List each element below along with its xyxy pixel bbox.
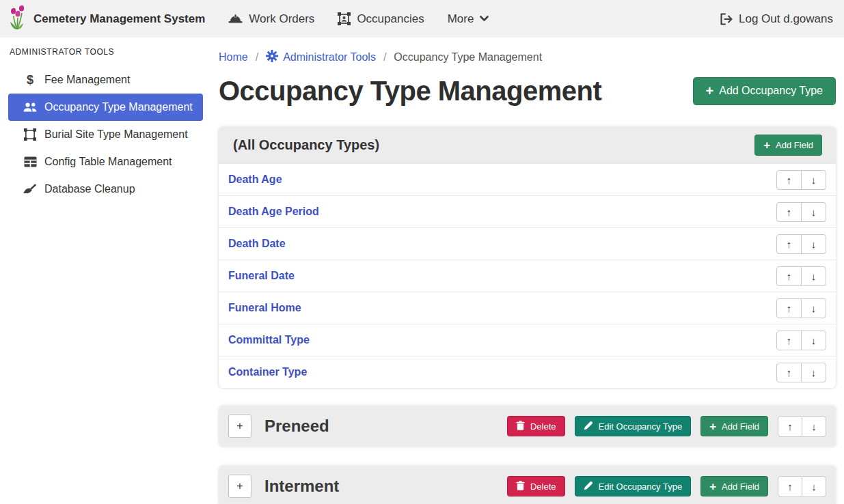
sidebar-item-burial-site-type-management[interactable]: Burial Site Type Management	[8, 121, 203, 148]
edit-occupancy-type-button[interactable]: Edit Occupancy Type	[575, 476, 692, 496]
field-link-funeral-date[interactable]: Funeral Date	[228, 270, 295, 282]
button-label: Delete	[530, 481, 556, 492]
trash-icon	[516, 421, 525, 432]
arrow-down-icon: ↓	[811, 421, 817, 432]
field-row: Death Date ↑ ↓	[219, 227, 836, 260]
field-link-death-date[interactable]: Death Date	[228, 238, 286, 250]
expand-button[interactable]: +	[228, 475, 251, 498]
breadcrumb-separator: /	[383, 51, 386, 64]
occupancy-frame-icon	[338, 12, 351, 25]
button-label: Delete	[530, 421, 556, 432]
arrow-up-icon: ↑	[787, 270, 792, 282]
broom-icon	[22, 184, 38, 195]
field-row: Committal Type ↑ ↓	[219, 324, 836, 356]
sidebar-item-label: Database Cleanup	[44, 183, 135, 195]
main-content: Home /	[219, 38, 836, 504]
breadcrumb-current: Occupancy Type Management	[394, 51, 542, 64]
move-down-button[interactable]: ↓	[801, 331, 826, 350]
plus-icon: +	[709, 481, 716, 492]
field-link-death-age-period[interactable]: Death Age Period	[228, 206, 319, 218]
reorder-buttons: ↑ ↓	[778, 476, 826, 497]
sign-out-icon	[720, 13, 733, 25]
sidebar-item-label: Config Table Management	[44, 156, 172, 168]
move-down-button[interactable]: ↓	[801, 202, 826, 222]
reorder-buttons: ↑ ↓	[776, 298, 826, 318]
move-up-button[interactable]: ↑	[778, 476, 802, 497]
field-link-committal-type[interactable]: Committal Type	[228, 334, 310, 346]
arrow-down-icon: ↓	[811, 238, 817, 250]
field-row: Funeral Home ↑ ↓	[219, 292, 836, 324]
move-up-button[interactable]: ↑	[776, 298, 802, 318]
plus-icon: +	[706, 84, 714, 98]
breadcrumb-label: Administrator Tools	[283, 51, 376, 64]
move-down-button[interactable]: ↓	[802, 476, 826, 497]
table-icon	[22, 156, 38, 167]
top-navbar: Cemetery Management System Work Orders	[0, 0, 844, 38]
occupancy-type-section-interment: + Interment Delete	[219, 466, 836, 504]
move-down-button[interactable]: ↓	[801, 298, 826, 318]
nav-item-label: More	[448, 12, 474, 26]
occupancy-type-section-preneed: + Preneed Delete	[219, 406, 836, 447]
button-label: Add Field	[722, 421, 759, 432]
gear-icon	[266, 50, 278, 65]
move-up-button[interactable]: ↑	[776, 234, 802, 254]
move-up-button[interactable]: ↑	[776, 170, 802, 190]
move-up-button[interactable]: ↑	[776, 331, 802, 350]
move-up-button[interactable]: ↑	[776, 266, 802, 286]
reorder-buttons: ↑ ↓	[776, 202, 826, 222]
sidebar-item-occupancy-type-management[interactable]: Occupancy Type Management	[8, 94, 203, 121]
delete-button[interactable]: Delete	[507, 476, 565, 496]
sidebar-item-fee-management[interactable]: $ Fee Management	[8, 66, 203, 94]
users-icon	[22, 102, 38, 113]
nav-work-orders[interactable]: Work Orders	[228, 12, 314, 26]
pencil-icon	[584, 481, 593, 492]
move-down-button[interactable]: ↓	[801, 234, 826, 254]
button-label: Add Field	[776, 140, 813, 150]
move-up-button[interactable]: ↑	[776, 363, 802, 382]
field-link-container-type[interactable]: Container Type	[228, 366, 307, 378]
breadcrumb-home-link[interactable]: Home	[219, 51, 248, 64]
nav-occupancies[interactable]: Occupancies	[338, 12, 424, 26]
move-down-button[interactable]: ↓	[801, 363, 826, 382]
arrow-down-icon: ↓	[811, 335, 817, 346]
logout-label: Log Out d.gowans	[739, 12, 833, 26]
expand-button[interactable]: +	[228, 415, 251, 438]
arrow-down-icon: ↓	[811, 174, 817, 186]
add-occupancy-type-button[interactable]: + Add Occupancy Type	[693, 77, 836, 105]
nav-more[interactable]: More	[448, 12, 489, 26]
logout-button[interactable]: Log Out d.gowans	[720, 12, 833, 26]
reorder-buttons: ↑ ↓	[776, 266, 826, 286]
reorder-buttons: ↑ ↓	[776, 170, 826, 190]
card-title: (All Occupancy Types)	[233, 137, 379, 153]
move-down-button[interactable]: ↓	[801, 266, 826, 286]
sidebar-item-config-table-management[interactable]: Config Table Management	[8, 148, 203, 176]
move-down-button[interactable]: ↓	[802, 416, 826, 437]
edit-occupancy-type-button[interactable]: Edit Occupancy Type	[575, 416, 692, 436]
move-up-button[interactable]: ↑	[776, 202, 802, 222]
section-actions: Delete Edit Occupancy Type + Add Field ↑	[507, 476, 826, 497]
field-row: Funeral Date ↑ ↓	[219, 260, 836, 292]
add-field-button[interactable]: + Add Field	[700, 476, 768, 496]
field-row: Death Age ↑ ↓	[219, 163, 836, 195]
field-link-funeral-home[interactable]: Funeral Home	[228, 302, 301, 314]
reorder-buttons: ↑ ↓	[776, 331, 826, 350]
button-label: Edit Occupancy Type	[599, 481, 683, 492]
add-field-button[interactable]: + Add Field	[754, 135, 822, 156]
vector-square-icon	[22, 128, 38, 141]
occupancy-type-name: Interment	[264, 477, 339, 496]
arrow-up-icon: ↑	[787, 303, 792, 314]
app-brand[interactable]: Cemetery Management System	[8, 5, 205, 33]
arrow-up-icon: ↑	[787, 238, 792, 250]
move-up-button[interactable]: ↑	[778, 416, 802, 437]
arrow-up-icon: ↑	[787, 174, 792, 186]
section-actions: Delete Edit Occupancy Type + Add Field ↑	[507, 416, 826, 437]
sidebar-item-database-cleanup[interactable]: Database Cleanup	[8, 176, 203, 203]
delete-button[interactable]: Delete	[507, 416, 565, 436]
move-down-button[interactable]: ↓	[801, 170, 826, 190]
field-link-death-age[interactable]: Death Age	[228, 173, 282, 186]
sidebar: ADMINISTRATOR TOOLS $ Fee Management Occ…	[0, 38, 212, 504]
breadcrumb-admin-tools-link[interactable]: Administrator Tools	[266, 50, 376, 65]
add-field-button[interactable]: + Add Field	[700, 416, 768, 436]
hard-hat-icon	[228, 13, 243, 25]
arrow-down-icon: ↓	[811, 206, 817, 218]
